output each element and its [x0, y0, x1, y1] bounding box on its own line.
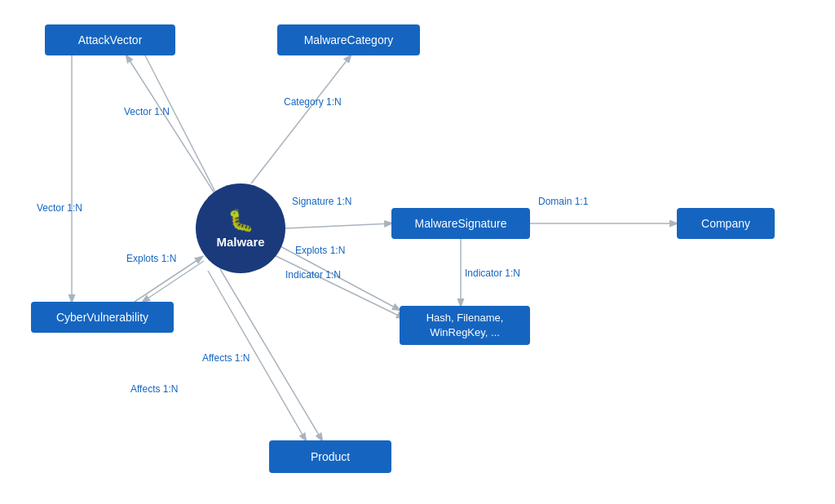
indicator2-label: Indicator 1:N [285, 269, 341, 281]
indicator1-label: Indicator 1:N [465, 267, 520, 279]
connection-lines [0, 0, 835, 504]
company-node: Company [677, 208, 775, 239]
malware-label: Malware [216, 235, 264, 249]
malware-node: 🐛 Malware [196, 183, 285, 273]
signature1-label: Signature 1:N [292, 196, 351, 207]
product-node: Product [269, 440, 391, 473]
svg-line-1 [145, 55, 219, 198]
malware-signature-node: MalwareSignature [391, 208, 530, 239]
svg-line-2 [251, 55, 351, 183]
svg-line-5 [143, 261, 204, 302]
exploits1-label: Explots 1:N [295, 245, 345, 256]
svg-line-0 [126, 55, 216, 196]
vector1-label: Vector 1:N [124, 106, 170, 117]
vector2-label: Vector 1:N [37, 202, 82, 214]
affects1-label: Affects 1:N [202, 352, 250, 364]
hash-filename-node: Hash, Filename, WinRegKey, ... [400, 306, 530, 345]
bug-icon: 🐛 [228, 208, 254, 233]
exploits2-label: Explots 1:N [126, 253, 176, 264]
domain1-label: Domain 1:1 [538, 196, 588, 207]
malware-category-node: MalwareCategory [277, 24, 420, 55]
svg-line-3 [285, 223, 391, 228]
attack-vector-node: AttackVector [45, 24, 175, 55]
svg-line-9 [261, 249, 404, 318]
cyber-vulnerability-node: CyberVulnerability [31, 302, 174, 333]
affects2-label: Affects 1:N [130, 383, 178, 395]
category1-label: Category 1:N [284, 96, 342, 108]
diagram: 🐛 Malware AttackVector MalwareCategory M… [0, 0, 835, 504]
